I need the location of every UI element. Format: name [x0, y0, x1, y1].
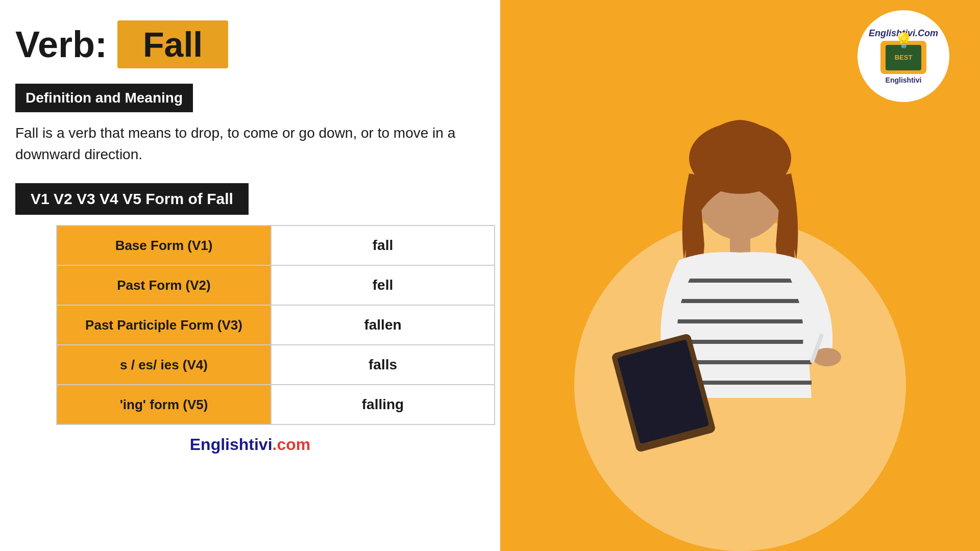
table-row: 'ing' form (V5) falling: [57, 385, 495, 424]
table-label-cell: Past Participle Form (V3): [57, 305, 271, 345]
logo-circle: Englishtivi.Com 💡 BEST Englishtivi: [857, 10, 949, 102]
table-label-cell: Base Form (V1): [57, 226, 271, 265]
right-area: Englishtivi.Com 💡 BEST Englishtivi: [500, 0, 980, 551]
content-area: Verb: Fall Definition and Meaning Fall i…: [0, 0, 500, 551]
verb-forms-table: Base Form (V1) fall Past Form (V2) fell …: [56, 225, 495, 425]
logo-tv: 💡 BEST: [880, 41, 926, 74]
footer-brand: Englishtivi.com: [15, 435, 485, 454]
definition-text: Fall is a verb that means to drop, to co…: [15, 122, 475, 165]
footer-brand-blue: Englishtivi: [190, 435, 273, 454]
table-value-cell: fall: [271, 226, 495, 265]
table-value-cell: falls: [271, 345, 495, 385]
table-value-cell: fell: [271, 265, 495, 305]
table-row: s / es/ ies (V4) falls: [57, 345, 495, 385]
verb-label: Verb:: [15, 23, 107, 65]
bulb-icon: 💡: [894, 32, 913, 49]
table-value-cell: fallen: [271, 305, 495, 345]
table-heading-box: V1 V2 V3 V4 V5 Form of Fall: [15, 183, 485, 225]
verb-title: Verb: Fall: [15, 20, 485, 68]
table-row: Past Participle Form (V3) fallen: [57, 305, 495, 345]
verb-word-box: Fall: [117, 20, 228, 68]
table-row: Base Form (V1) fall: [57, 226, 495, 265]
person-figure: [561, 117, 919, 551]
table-row: Past Form (V2) fell: [57, 265, 495, 305]
logo-bottom-text: Englishtivi: [886, 76, 922, 84]
definition-heading-box: Definition and Meaning: [15, 84, 485, 122]
logo-tv-text: BEST: [895, 54, 913, 61]
table-heading: V1 V2 V3 V4 V5 Form of Fall: [15, 183, 249, 215]
footer-brand-red: .com: [273, 435, 311, 454]
definition-heading: Definition and Meaning: [15, 84, 193, 112]
table-label-cell: s / es/ ies (V4): [57, 345, 271, 385]
verb-word: Fall: [143, 25, 203, 64]
table-value-cell: falling: [271, 385, 495, 424]
table-label-cell: 'ing' form (V5): [57, 385, 271, 424]
table-label-cell: Past Form (V2): [57, 265, 271, 305]
